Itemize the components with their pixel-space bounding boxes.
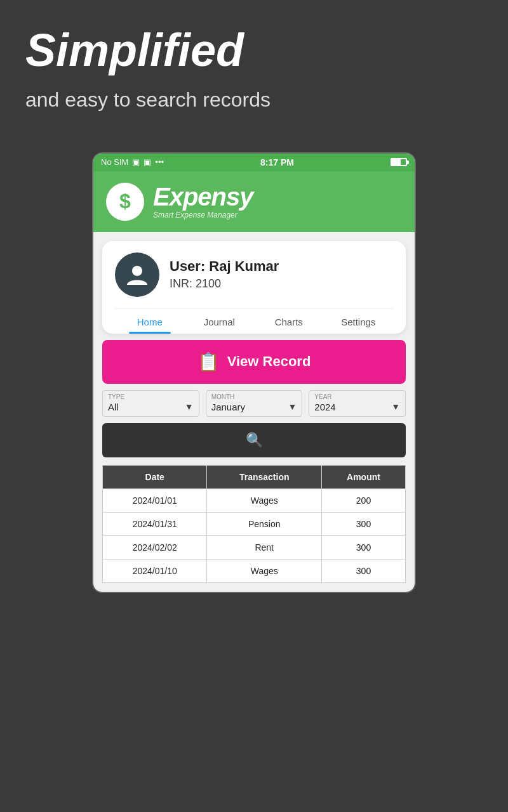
type-dropdown-arrow: ▼	[185, 402, 194, 412]
type-filter-value: All	[108, 402, 119, 412]
tab-home[interactable]: Home	[115, 309, 185, 334]
nav-tabs: Home Journal Charts Settings	[115, 308, 393, 334]
cell-amount: 200	[321, 488, 405, 512]
hero-subtitle: and easy to search records	[25, 86, 483, 114]
tab-settings[interactable]: Settings	[324, 309, 394, 334]
svg-point-0	[132, 266, 142, 276]
year-filter[interactable]: YEAR 2024 ▼	[309, 390, 406, 417]
battery-icon	[391, 158, 407, 166]
cell-date: 2024/01/01	[103, 488, 207, 512]
status-left: No SIM ▣ ▣ •••	[101, 157, 164, 167]
phone-wrapper: No SIM ▣ ▣ ••• 8:17 PM $ Expensy Smart E…	[0, 152, 508, 593]
month-filter-value: January	[211, 402, 245, 412]
cell-date: 2024/01/31	[103, 512, 207, 535]
sim1-icon: ▣	[132, 157, 140, 167]
year-dropdown-arrow: ▼	[391, 402, 400, 412]
cell-transaction: Rent	[207, 535, 322, 559]
app-header: $ Expensy Smart Expense Manager	[93, 171, 415, 232]
status-right	[391, 158, 407, 166]
cell-date: 2024/02/02	[103, 535, 207, 559]
tab-charts[interactable]: Charts	[254, 309, 324, 334]
view-record-label: View Record	[227, 353, 311, 370]
table-row: 2024/01/10 Wages 300	[103, 559, 406, 582]
cell-transaction: Pension	[207, 512, 322, 535]
app-name-container: Expensy Smart Expense Manager	[153, 184, 253, 219]
table-row: 2024/01/01 Wages 200	[103, 488, 406, 512]
hero-title: Simplified	[25, 25, 483, 75]
year-filter-value: 2024	[314, 402, 335, 412]
cell-amount: 300	[321, 512, 405, 535]
sim2-icon: ▣	[144, 157, 151, 167]
cell-amount: 300	[321, 535, 405, 559]
type-filter-label: TYPE	[108, 393, 194, 400]
month-dropdown-arrow: ▼	[288, 402, 297, 412]
status-bar: No SIM ▣ ▣ ••• 8:17 PM	[93, 154, 415, 171]
dots-icon: •••	[155, 157, 164, 167]
app-tagline: Smart Expense Manager	[153, 211, 253, 219]
cell-amount: 300	[321, 559, 405, 582]
user-details: User: Raj Kumar INR: 2100	[170, 258, 393, 291]
records-table: Date Transaction Amount 2024/01/01 Wages…	[102, 465, 406, 583]
cell-transaction: Wages	[207, 488, 322, 512]
month-filter[interactable]: MONTH January ▼	[206, 390, 303, 417]
filter-row: TYPE All ▼ MONTH January ▼ YEAR 2024 ▼	[102, 390, 406, 417]
type-filter[interactable]: TYPE All ▼	[102, 390, 199, 417]
table-header-row: Date Transaction Amount	[103, 465, 406, 488]
table-row: 2024/01/31 Pension 300	[103, 512, 406, 535]
hero-section: Simplified and easy to search records	[0, 0, 508, 133]
status-time: 8:17 PM	[260, 157, 294, 167]
phone-frame: No SIM ▣ ▣ ••• 8:17 PM $ Expensy Smart E…	[92, 152, 416, 593]
month-filter-label: MONTH	[211, 393, 297, 400]
no-sim-label: No SIM	[101, 157, 128, 167]
app-logo: $	[106, 183, 144, 221]
search-button[interactable]: 🔍	[102, 423, 406, 457]
user-balance: INR: 2100	[170, 277, 393, 291]
col-amount: Amount	[321, 465, 405, 488]
search-icon: 🔍	[246, 432, 263, 449]
user-info: User: Raj Kumar INR: 2100	[115, 252, 393, 297]
tab-journal[interactable]: Journal	[185, 309, 255, 334]
table-row: 2024/02/02 Rent 300	[103, 535, 406, 559]
app-name-title: Expensy	[153, 184, 253, 209]
view-record-button[interactable]: 📋 View Record	[102, 340, 406, 384]
user-card: User: Raj Kumar INR: 2100 Home Journal C…	[102, 241, 406, 334]
cell-date: 2024/01/10	[103, 559, 207, 582]
col-transaction: Transaction	[207, 465, 322, 488]
clipboard-icon: 📋	[197, 351, 220, 372]
avatar	[115, 252, 159, 297]
logo-symbol: $	[119, 190, 131, 213]
col-date: Date	[103, 465, 207, 488]
user-name: User: Raj Kumar	[170, 258, 393, 275]
year-filter-label: YEAR	[314, 393, 400, 400]
cell-transaction: Wages	[207, 559, 322, 582]
